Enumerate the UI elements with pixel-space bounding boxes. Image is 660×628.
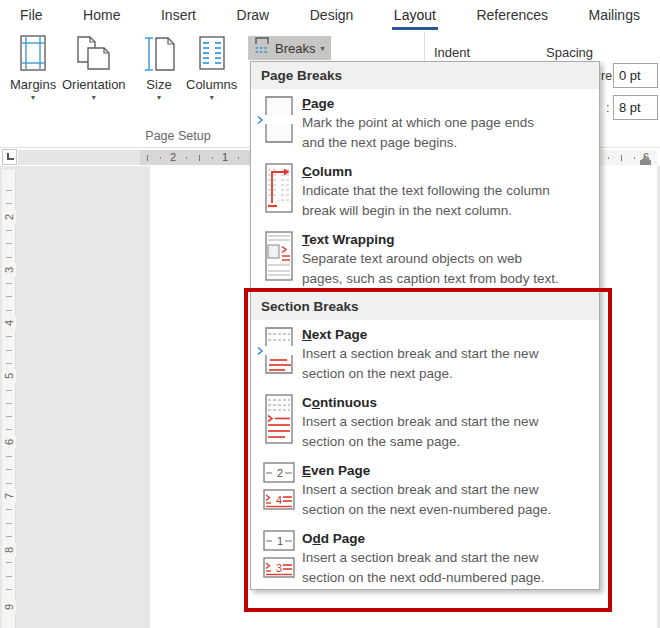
menu-item-continuous-break[interactable]: Continuous Insert a section break and st… (251, 388, 599, 456)
columns-icon (196, 34, 228, 76)
vertical-ruler-number: 8 (2, 543, 16, 557)
breaks-icon (253, 36, 271, 60)
margins-label: Margins (10, 77, 56, 92)
chevron-down-icon: ▾ (210, 94, 214, 102)
chevron-down-icon: ▾ (157, 94, 161, 102)
breaks-label: Breaks (275, 41, 315, 56)
ruler-tick (147, 155, 148, 161)
menu-item-title: Text Wrapping (302, 230, 559, 249)
chevron-down-icon: ▾ (320, 45, 324, 53)
ruler-number: 1 (219, 151, 231, 163)
menu-item-next-page-break[interactable]: Next Page Insert a section break and sta… (251, 320, 599, 388)
menu-item-title: Next Page (302, 325, 538, 344)
continuous-break-icon (256, 392, 302, 456)
tab-insert[interactable]: Insert (159, 3, 198, 30)
spacing-before-input[interactable]: 0 pt (613, 63, 658, 88)
menu-item-title: Even Page (302, 461, 551, 480)
menu-item-desc: Separate text around objects on web page… (302, 249, 559, 289)
breaks-button[interactable]: Breaks ▾ (248, 36, 331, 60)
vertical-ruler-number: 6 (2, 435, 16, 449)
ruler-tick (608, 157, 609, 159)
menu-item-title: Page (302, 94, 534, 113)
menu-item-title: Odd Page (302, 529, 544, 548)
page-breaks-header: Page Breaks (251, 62, 599, 89)
vertical-ruler-number: 2 (2, 210, 16, 224)
page-break-icon (256, 93, 302, 157)
menu-item-desc: Insert a section break and start the new… (302, 480, 551, 520)
tab-references[interactable]: References (474, 3, 550, 30)
vertical-ruler-number: 5 (2, 369, 16, 383)
menu-item-desc: Insert a section break and start the new… (302, 412, 538, 452)
text-wrapping-break-icon (256, 229, 302, 293)
spacing-after-input[interactable]: 8 pt (613, 95, 658, 120)
even-page-break-icon: 2 4 (256, 460, 302, 524)
menu-item-column-break[interactable]: Column Indicate that the text following … (251, 157, 599, 225)
size-label: Size (146, 77, 171, 92)
next-page-break-icon (256, 324, 302, 388)
svg-text:3: 3 (276, 562, 282, 574)
section-breaks-header: Section Breaks (251, 293, 599, 320)
ruler-tick (186, 157, 187, 159)
tab-draw[interactable]: Draw (235, 3, 272, 30)
tab-layout[interactable]: Layout (392, 3, 438, 30)
menu-item-title: Column (302, 162, 550, 181)
ruler-number: 2 (167, 151, 179, 163)
menu-item-even-page-break[interactable]: 2 4 Even Page Insert a section break and… (251, 456, 599, 524)
horizontal-ruler-margin (18, 150, 140, 165)
orientation-icon (72, 34, 116, 76)
menu-item-desc: Insert a section break and start the new… (302, 344, 538, 384)
horizontal-ruler-left: 2 1 (140, 150, 250, 165)
menu-item-desc: Insert a section break and start the new… (302, 548, 544, 588)
menu-item-desc: Mark the point at which one page ends an… (302, 113, 534, 153)
tab-file[interactable]: File (18, 3, 45, 30)
vertical-ruler: 2 3 4 5 6 7 8 9 (2, 170, 16, 628)
margins-icon (15, 34, 51, 76)
orientation-button[interactable]: Orientation ▾ (62, 34, 126, 102)
spacing-after-label-clipped: : (606, 101, 609, 115)
svg-text:1: 1 (277, 535, 283, 547)
columns-button[interactable]: Columns ▾ (186, 34, 237, 102)
menu-item-desc: Indicate that the text following the col… (302, 181, 550, 221)
left-tab-icon (7, 153, 14, 160)
chevron-down-icon: ▾ (31, 94, 35, 102)
menu-item-odd-page-break[interactable]: 1 3 Odd Page Insert a section break and … (251, 524, 599, 590)
vertical-ruler-number: 4 (2, 316, 16, 330)
breaks-dropdown-menu: Page Breaks Page Mark the point at which… (250, 61, 600, 590)
chevron-down-icon: ▾ (92, 94, 96, 102)
menu-item-text-wrapping-break[interactable]: Text Wrapping Separate text around objec… (251, 225, 599, 293)
menu-item-page-break[interactable]: Page Mark the point at which one page en… (251, 89, 599, 157)
page-setup-group-label: Page Setup (133, 129, 223, 143)
horizontal-ruler-right: 6 (600, 150, 657, 165)
indent-label: Indent (434, 45, 470, 60)
ruler-tick (199, 155, 200, 161)
vertical-ruler-number: 9 (2, 600, 16, 614)
ruler-tick (238, 157, 239, 159)
size-icon (142, 34, 176, 76)
column-break-icon (256, 161, 302, 225)
vertical-ruler-number: 7 (2, 489, 16, 503)
columns-label: Columns (186, 77, 237, 92)
ruler-tick (212, 157, 213, 159)
tab-home[interactable]: Home (81, 3, 122, 30)
svg-text:2: 2 (277, 467, 283, 479)
vertical-ruler-number: 3 (2, 263, 16, 277)
ruler-tick (160, 157, 161, 159)
size-button[interactable]: Size ▾ (142, 34, 176, 102)
tab-stop-selector[interactable] (2, 149, 17, 165)
odd-page-break-icon: 1 3 (256, 528, 302, 590)
ruler-tick (634, 157, 635, 159)
svg-text:4: 4 (276, 494, 282, 506)
margins-button[interactable]: Margins ▾ (10, 34, 56, 102)
tab-mailings[interactable]: Mailings (587, 3, 642, 30)
menu-item-title: Continuous (302, 393, 538, 412)
ruler-tick (621, 155, 622, 161)
tab-design[interactable]: Design (308, 3, 356, 30)
ribbon-tabs: File Home Insert Draw Design Layout Refe… (0, 0, 660, 30)
spacing-label: Spacing (546, 45, 593, 60)
orientation-label: Orientation (62, 77, 126, 92)
